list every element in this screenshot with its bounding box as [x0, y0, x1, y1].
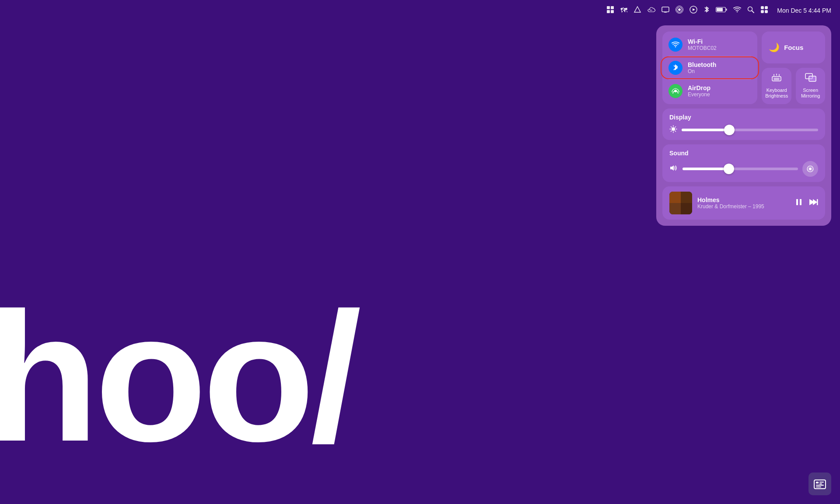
airdrop-name: AirDrop: [688, 84, 710, 91]
music-panel: Holmes Kruder & Dorfmeister – 1995: [662, 186, 825, 220]
svg-line-38: [671, 127, 672, 128]
skip-forward-button[interactable]: [808, 198, 818, 209]
volume-icon: [669, 164, 678, 173]
display-title: Display: [669, 114, 818, 121]
svg-point-33: [672, 127, 675, 131]
search-menubar-icon[interactable]: [747, 6, 754, 15]
bluetooth-status: On: [688, 68, 716, 74]
airdrop-text: AirDrop Everyone: [688, 84, 710, 98]
svg-marker-42: [670, 165, 674, 171]
menubar-icons: 🗺 ∞: [606, 6, 768, 15]
divider-1: [668, 56, 751, 56]
sound-slider-row: [669, 161, 818, 177]
svg-rect-1: [611, 6, 614, 9]
file-browser-icon[interactable]: [606, 6, 614, 15]
moon-icon: 🌙: [769, 42, 780, 52]
svg-rect-52: [816, 482, 819, 483]
wifi-menubar-icon[interactable]: [733, 6, 741, 15]
bluetooth-item[interactable]: Bluetooth On: [662, 57, 757, 78]
bluetooth-icon: [668, 61, 682, 75]
connectivity-panel: Wi-Fi MOTOBC02 Bluetooth On: [662, 32, 757, 104]
svg-rect-2: [607, 10, 610, 13]
svg-rect-19: [761, 6, 764, 9]
control-center-menubar-icon[interactable]: [760, 6, 768, 15]
airdrop-icon: [668, 84, 682, 98]
desktop-text: hoo/: [0, 285, 357, 469]
svg-rect-0: [607, 6, 610, 9]
svg-text:∞: ∞: [650, 8, 652, 12]
bluetooth-menubar-icon[interactable]: [704, 6, 710, 15]
svg-rect-3: [611, 10, 614, 13]
svg-rect-56: [816, 486, 821, 487]
svg-rect-22: [765, 10, 768, 13]
svg-marker-49: [813, 199, 817, 205]
svg-line-18: [752, 11, 754, 13]
small-buttons-row: Keyboard Brightness Screen Mirroring: [762, 68, 825, 104]
svg-rect-15: [726, 9, 727, 11]
sound-title: Sound: [669, 150, 818, 157]
menubar-time: Mon Dec 5 4:44 PM: [777, 7, 831, 14]
sound-output-button[interactable]: [802, 161, 818, 177]
wifi-item[interactable]: Wi-Fi MOTOBC02: [662, 34, 757, 55]
play-circle-icon[interactable]: [690, 6, 697, 15]
album-art: [669, 192, 692, 214]
svg-line-39: [675, 131, 676, 132]
screen-mirroring-button[interactable]: Screen Mirroring: [796, 68, 825, 104]
maps-icon[interactable]: 🗺: [620, 7, 627, 14]
keyboard-brightness-label: Keyboard Brightness: [765, 88, 788, 99]
focus-label: Focus: [784, 44, 803, 51]
keyboard-brightness-button[interactable]: Keyboard Brightness: [762, 68, 791, 104]
svg-marker-12: [693, 8, 695, 11]
wifi-name: Wi-Fi: [688, 38, 717, 45]
wifi-text: Wi-Fi MOTOBC02: [688, 38, 717, 51]
menubar: 🗺 ∞: [0, 0, 840, 21]
sound-panel: Sound: [662, 144, 825, 182]
music-title: Holmes: [697, 196, 789, 203]
svg-rect-46: [796, 199, 798, 205]
podcast-icon[interactable]: [676, 6, 683, 15]
svg-rect-5: [662, 7, 669, 12]
svg-rect-21: [761, 10, 764, 13]
focus-button[interactable]: 🌙 Focus: [762, 32, 825, 63]
svg-rect-25: [772, 77, 781, 81]
airdrop-status: Everyone: [688, 91, 710, 98]
svg-rect-16: [717, 8, 723, 11]
bottom-right-app-icon[interactable]: [808, 472, 831, 495]
svg-line-41: [671, 131, 672, 132]
brightness-icon: [669, 125, 677, 135]
bluetooth-text: Bluetooth On: [688, 61, 716, 74]
svg-point-8: [678, 8, 681, 11]
screen-mirroring-label: Screen Mirroring: [799, 88, 822, 99]
top-section: Wi-Fi MOTOBC02 Bluetooth On: [662, 32, 825, 104]
display-slider-row: [669, 125, 818, 135]
svg-point-44: [809, 168, 812, 170]
wifi-icon: [668, 38, 682, 52]
bluetooth-name: Bluetooth: [688, 61, 716, 68]
pause-button[interactable]: [794, 198, 803, 209]
creative-cloud-icon[interactable]: ∞: [648, 7, 655, 14]
display-brightness-slider[interactable]: [682, 129, 818, 131]
svg-rect-54: [819, 483, 822, 484]
screen-share-icon[interactable]: [662, 6, 669, 15]
music-controls: [794, 198, 818, 209]
divider-2: [668, 79, 751, 80]
keyboard-brightness-icon: [771, 73, 782, 85]
control-center: Wi-Fi MOTOBC02 Bluetooth On: [656, 25, 831, 226]
svg-rect-20: [765, 6, 768, 9]
svg-rect-50: [817, 199, 818, 205]
display-panel: Display: [662, 108, 825, 140]
screen-mirroring-icon: [805, 73, 816, 85]
airdrop-item[interactable]: AirDrop Everyone: [662, 80, 757, 102]
wifi-status: MOTOBC02: [688, 45, 717, 51]
svg-rect-47: [800, 199, 802, 205]
svg-rect-53: [819, 482, 824, 483]
battery-icon[interactable]: [716, 7, 727, 14]
svg-line-40: [675, 127, 676, 128]
music-info: Holmes Kruder & Dorfmeister – 1995: [697, 196, 789, 210]
svg-rect-32: [809, 76, 816, 81]
music-subtitle: Kruder & Dorfmeister – 1995: [697, 203, 789, 210]
sound-volume-slider[interactable]: [682, 168, 798, 170]
right-panel: 🌙 Focus Keyb: [762, 32, 825, 104]
delta-icon[interactable]: [634, 6, 641, 15]
svg-rect-55: [816, 485, 824, 486]
